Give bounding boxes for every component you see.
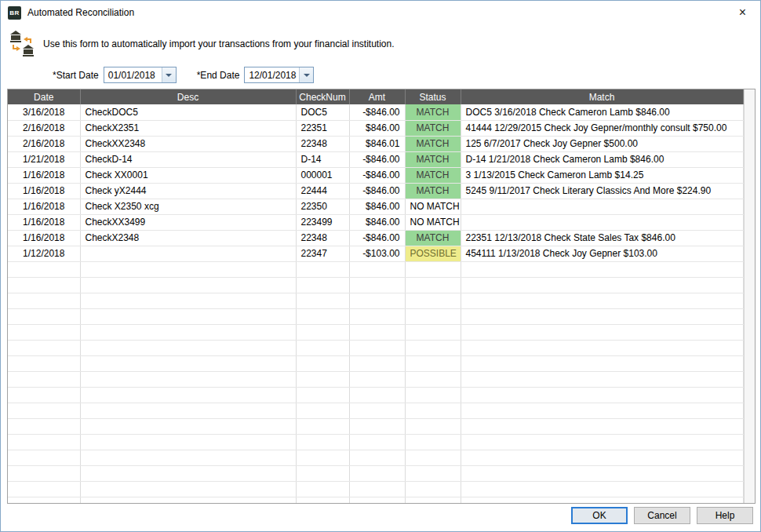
table-row[interactable]: 1/16/2018Check XX0001000001-$846.00MATCH… xyxy=(8,167,743,183)
cell-amt xyxy=(349,497,405,504)
cell-amt: -$846.00 xyxy=(349,104,405,120)
cell-date: 2/16/2018 xyxy=(8,136,80,151)
cell-desc: Check X2350 xcg xyxy=(80,199,296,214)
cell-amt: $846.00 xyxy=(349,214,405,230)
cell-status xyxy=(405,450,461,465)
cell-desc: CheckXX2348 xyxy=(80,136,296,151)
table-row[interactable]: 1/12/201822347-$103.00POSSIBLE454111 1/1… xyxy=(8,246,743,261)
column-header-checknum[interactable]: CheckNum xyxy=(296,89,349,104)
cell-checknum: 000001 xyxy=(296,167,349,183)
cell-status xyxy=(405,371,461,387)
empty-table-row xyxy=(8,387,743,403)
cell-amt xyxy=(349,403,405,418)
column-header-match[interactable]: Match xyxy=(461,89,743,104)
info-text: Use this form to automatically import yo… xyxy=(43,38,395,49)
cell-amt: -$103.00 xyxy=(349,246,405,261)
table-row[interactable]: 1/16/2018Check yX244422444-$846.00MATCH5… xyxy=(8,183,743,199)
cell-checknum xyxy=(296,355,349,371)
cell-desc xyxy=(80,340,296,355)
help-button[interactable]: Help xyxy=(697,507,753,524)
cell-status xyxy=(405,465,461,481)
cell-checknum: D-14 xyxy=(296,151,349,167)
cell-match: 5245 9/11/2017 Check Literary Classics A… xyxy=(461,183,743,199)
table-row[interactable]: 1/16/2018Check X2350 xcg22350$846.00NO M… xyxy=(8,199,743,214)
cell-match xyxy=(461,403,743,418)
cell-match xyxy=(461,293,743,308)
chevron-down-icon xyxy=(304,74,310,77)
empty-table-row xyxy=(8,450,743,465)
cell-checknum xyxy=(296,481,349,497)
cell-amt: $846.00 xyxy=(349,120,405,136)
table-row[interactable]: 1/16/2018CheckXX3499223499$846.00NO MATC… xyxy=(8,214,743,230)
cell-checknum: 22348 xyxy=(296,136,349,151)
cell-desc: CheckXX3499 xyxy=(80,214,296,230)
empty-table-row xyxy=(8,403,743,418)
bank-transfer-icon xyxy=(10,31,34,57)
column-header-date[interactable]: Date xyxy=(8,89,80,104)
cell-checknum xyxy=(296,293,349,308)
table-row[interactable]: 2/16/2018CheckXX234822348$846.01MATCH125… xyxy=(8,136,743,151)
empty-table-row xyxy=(8,434,743,450)
cell-desc xyxy=(80,403,296,418)
column-header-amt[interactable]: Amt xyxy=(349,89,405,104)
cell-amt: -$846.00 xyxy=(349,151,405,167)
table-row[interactable]: 2/16/2018CheckX235122351$846.00MATCH4144… xyxy=(8,120,743,136)
close-button[interactable]: × xyxy=(725,1,760,24)
cell-match xyxy=(461,308,743,324)
cell-desc: Check yX2444 xyxy=(80,183,296,199)
cell-status: NO MATCH xyxy=(405,214,461,230)
end-date-label: *End Date xyxy=(197,70,240,81)
empty-table-row xyxy=(8,497,743,504)
ok-button[interactable]: OK xyxy=(571,507,628,524)
cell-status: NO MATCH xyxy=(405,199,461,214)
cell-amt xyxy=(349,308,405,324)
cell-date xyxy=(8,481,80,497)
cell-date xyxy=(8,434,80,450)
cell-date xyxy=(8,308,80,324)
start-date-combobox[interactable]: 01/01/2018 xyxy=(104,67,177,83)
cell-amt xyxy=(349,340,405,355)
cell-match: 22351 12/13/2018 Check State Sales Tax $… xyxy=(461,230,743,246)
cell-desc xyxy=(80,497,296,504)
titlebar: BR Automated Reconciliation × xyxy=(1,1,760,24)
empty-table-row xyxy=(8,277,743,293)
end-date-dropdown-button[interactable] xyxy=(299,67,313,82)
cell-date xyxy=(8,387,80,403)
vertical-scrollbar[interactable] xyxy=(744,89,756,503)
end-date-combobox[interactable]: 12/01/2018 xyxy=(244,67,314,83)
cell-status xyxy=(405,497,461,504)
cell-checknum xyxy=(296,418,349,434)
table-row[interactable]: 1/16/2018CheckX234822348-$846.00MATCH223… xyxy=(8,230,743,246)
cell-status: MATCH xyxy=(405,167,461,183)
cell-date: 1/16/2018 xyxy=(8,167,80,183)
cell-match: 125 6/7/2017 Check Joy Gepner $500.00 xyxy=(461,136,743,151)
cell-checknum xyxy=(296,403,349,418)
start-date-dropdown-button[interactable] xyxy=(162,67,176,82)
cancel-button[interactable]: Cancel xyxy=(634,507,690,524)
empty-table-row xyxy=(8,371,743,387)
empty-table-row xyxy=(8,261,743,277)
cell-match xyxy=(461,418,743,434)
cell-checknum xyxy=(296,371,349,387)
cell-match xyxy=(461,214,743,230)
app-icon: BR xyxy=(8,6,21,20)
cell-match xyxy=(461,371,743,387)
cell-date xyxy=(8,293,80,308)
table-row[interactable]: 1/21/2018CheckD-14D-14-$846.00MATCHD-14 … xyxy=(8,151,743,167)
cell-amt xyxy=(349,434,405,450)
cell-desc xyxy=(80,371,296,387)
cell-date xyxy=(8,465,80,481)
cell-date xyxy=(8,450,80,465)
cell-match xyxy=(461,450,743,465)
recon-table: DateDescCheckNumAmtStatusMatch 3/16/2018… xyxy=(8,89,744,504)
filter-row: *Start Date 01/01/2018 *End Date 12/01/2… xyxy=(53,67,760,83)
cell-date: 2/16/2018 xyxy=(8,120,80,136)
column-header-status[interactable]: Status xyxy=(405,89,461,104)
empty-table-row xyxy=(8,340,743,355)
cell-desc xyxy=(80,261,296,277)
table-row[interactable]: 3/16/2018CheckDOC5DOC5-$846.00MATCHDOC5 … xyxy=(8,104,743,120)
cell-amt: $846.01 xyxy=(349,136,405,151)
cell-date: 1/16/2018 xyxy=(8,183,80,199)
column-header-desc[interactable]: Desc xyxy=(80,89,296,104)
cell-desc: Check XX0001 xyxy=(80,167,296,183)
